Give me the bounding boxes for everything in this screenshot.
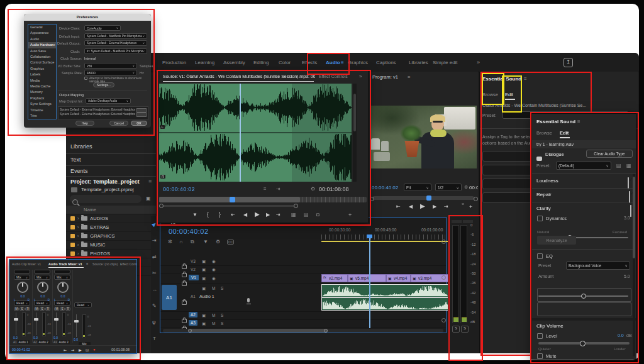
strip-name[interactable]: Audio 1 — [18, 340, 30, 344]
linked-selection-icon[interactable]: ⧉ — [191, 239, 194, 245]
mark-out-button[interactable]: } — [219, 211, 221, 218]
add-button-icon[interactable]: + — [348, 212, 352, 218]
timeline-audio-clip[interactable] — [321, 284, 452, 311]
label-color-chip[interactable] — [70, 216, 75, 221]
level-value[interactable]: 0.0 — [618, 333, 624, 338]
level-slider[interactable] — [538, 342, 630, 345]
es-vscrollbar-thumb[interactable] — [633, 177, 635, 258]
source-playhead[interactable] — [240, 84, 241, 182]
source-patch-icon[interactable]: ▣ — [202, 313, 206, 318]
track-resize-handle[interactable] — [441, 318, 446, 323]
project-folder-row[interactable]: › MUSIC — [66, 241, 156, 250]
mixer-tab-source[interactable]: Source: (no clips) — [92, 262, 118, 266]
step-back-button[interactable]: ◀ — [409, 204, 413, 209]
timeline-clip-v3mp4[interactable]: ▣ v3.mp4 — [411, 274, 453, 282]
source-patch-icon[interactable]: ▣ — [202, 321, 206, 326]
preferences-sidebar-item[interactable]: Media Cache — [28, 84, 56, 89]
track-badge-v1[interactable]: V1 — [189, 275, 199, 280]
es-tab-browse[interactable]: Browse — [536, 130, 552, 136]
mark-in-button[interactable]: { — [207, 211, 209, 218]
snap-icon[interactable]: ∩ — [179, 239, 183, 245]
project-folder-row[interactable]: › AUDIOS — [66, 214, 156, 223]
mixer-menu-icon[interactable]: ≡ — [86, 262, 88, 265]
track-name-audio1[interactable]: Audio 1 — [199, 294, 214, 299]
preferences-sidebar-item[interactable]: Audio Hardware — [28, 42, 56, 48]
pen-tool[interactable]: ✎ — [152, 303, 157, 309]
workspace-tab-simple-edit[interactable]: Simple edit — [433, 60, 458, 65]
preferences-sidebar-item[interactable]: Collaboration — [28, 54, 56, 60]
workspace-tab-libraries[interactable]: Libraries — [409, 60, 428, 65]
timeline-clip-v2mp4[interactable]: fx v2.mp4 — [321, 274, 348, 282]
track-a1-big-badge[interactable]: A1 — [162, 285, 177, 310]
program-tab[interactable]: Program: v1 — [372, 74, 398, 80]
scrub-handle-right[interactable] — [474, 197, 478, 201]
lock-icon[interactable] — [182, 301, 187, 305]
label-color-chip[interactable] — [70, 251, 75, 256]
source-patch-icon[interactable]: ▣ — [202, 286, 206, 291]
project-panel-title[interactable]: Project: Template_project — [70, 179, 140, 185]
timeline-ruler[interactable] — [321, 234, 445, 240]
source-patch-icon[interactable]: ▣ — [202, 259, 206, 264]
label-color-chip[interactable] — [70, 243, 75, 247]
go-to-out-button[interactable]: ⇥ — [444, 204, 448, 209]
preferences-sidebar-item[interactable]: Graphics — [28, 66, 56, 72]
strip-name[interactable]: Audio 2 — [38, 340, 50, 344]
scrub-handle-left[interactable] — [370, 197, 374, 201]
project-search-input[interactable] — [70, 195, 142, 203]
export-frame-button[interactable]: ◘ — [316, 212, 319, 218]
expand-chevron-icon[interactable]: › — [77, 251, 79, 256]
level-slider-knob[interactable] — [580, 341, 586, 346]
add-marker-icon[interactable]: ▼ — [203, 239, 208, 245]
preferences-sidebar-item[interactable]: Timeline — [28, 108, 56, 113]
workspace-tab-captions[interactable]: Captions — [376, 60, 396, 65]
help-button[interactable]: Help — [75, 121, 94, 126]
project-folder-row[interactable]: › GRAPHICS — [66, 232, 156, 241]
source-timecode[interactable]: 00:00:40:02 — [163, 186, 195, 192]
preferences-sidebar-item[interactable]: Audio — [28, 36, 56, 42]
record-button[interactable]: ● — [93, 348, 96, 351]
step-forward-button[interactable]: ▶ — [433, 204, 436, 209]
program-timecode[interactable]: 00:00:40:02 — [372, 185, 398, 190]
preset-dropdown[interactable]: (Default) ∨ — [556, 162, 611, 170]
track-visibility-eye-icon[interactable]: ◉ — [212, 259, 216, 264]
track-badge-a3[interactable]: A3 — [189, 320, 197, 326]
track-mute-button[interactable]: M — [212, 321, 215, 326]
zoom-handle-left[interactable] — [159, 204, 164, 208]
overwrite-button[interactable]: ▤ — [304, 212, 309, 218]
panel-menu-icon[interactable]: ≡ — [524, 76, 527, 82]
project-file-name[interactable]: Template_project.prproj — [81, 187, 153, 192]
preferences-sidebar-item[interactable]: Memory — [28, 89, 56, 95]
preferences-sidebar-item[interactable]: Auto Save — [28, 48, 56, 54]
preferences-sidebar-item[interactable]: Control Surface — [28, 60, 56, 65]
add-marker-button[interactable]: ▼ — [192, 212, 197, 218]
fader-area[interactable]: 0 -24 -48 — [53, 312, 72, 335]
type-tool[interactable]: T — [153, 336, 156, 341]
workspace-tab-audio[interactable]: Audio — [326, 60, 340, 65]
program-settings-wrench-icon[interactable]: ⚙ — [464, 185, 468, 190]
preferences-sidebar-item[interactable]: Trim — [28, 113, 56, 119]
step-forward-button[interactable]: ▶ — [266, 212, 270, 218]
track-badge-v2[interactable]: V2 — [191, 267, 196, 272]
workspace-tab-assembly[interactable]: Assembly — [223, 60, 245, 65]
source-settings-wrench-icon[interactable]: ⚙ — [311, 186, 315, 192]
folder-name[interactable]: PHOTOS — [90, 251, 110, 256]
source-tab[interactable]: Source: v1: Ólafur Arnalds - We Contain … — [163, 74, 315, 79]
ok-button[interactable]: OK — [131, 121, 147, 126]
track-badge-a2[interactable]: A2 — [189, 312, 197, 317]
effects-slot-dropdown[interactable] — [54, 270, 70, 273]
pan-knob[interactable] — [17, 282, 28, 293]
fader-handle[interactable] — [14, 318, 18, 321]
folder-name[interactable]: GRAPHICS — [90, 233, 114, 239]
source-scrub-bar[interactable] — [159, 197, 367, 202]
program-resolution-select[interactable]: 1/2 ∨ — [435, 184, 462, 191]
eq-preset-dropdown[interactable]: Background Voice ∨ — [566, 262, 630, 270]
automation-mode-dropdown[interactable]: Read ∨ — [74, 302, 92, 307]
track-solo-button[interactable]: S — [221, 286, 223, 290]
clarity-section[interactable]: Clarity — [536, 206, 551, 211]
workspace-overflow-icon[interactable]: » — [477, 59, 480, 65]
workspace-tab-audio-menu-icon[interactable]: ≡ — [341, 60, 344, 65]
mixer-timecode[interactable]: 00:00:41:02 — [12, 348, 30, 351]
mixer-tab-clip-mixer[interactable]: Audio Clip Mixer: v1 — [12, 262, 41, 266]
label-color-chip[interactable] — [70, 225, 75, 229]
play-button[interactable]: ▶ — [420, 202, 425, 209]
